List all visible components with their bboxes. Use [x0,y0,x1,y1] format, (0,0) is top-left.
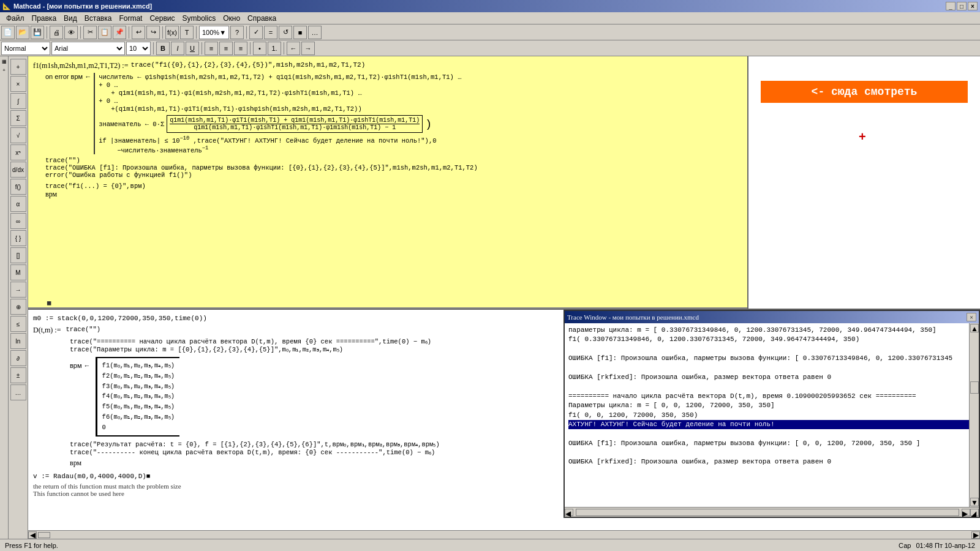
trace-vscrollbar[interactable]: ▲ ▼ [969,323,979,507]
hscroll-track[interactable] [576,509,959,516]
menu-insert[interactable]: Вставка [81,13,116,24]
insert-math[interactable]: f(x) [165,26,179,39]
stop-button[interactable]: ■ [293,26,307,39]
cut-button[interactable]: ✂ [83,26,97,39]
check-button[interactable]: ✓ [249,26,263,39]
math-btn-13[interactable]: M [10,264,26,280]
menu-format[interactable]: Format [115,13,146,24]
copy-button[interactable]: 📋 [98,26,111,39]
print-button[interactable]: 🖨 [50,26,63,39]
redo-button[interactable]: ↪ [146,26,160,39]
refresh-button[interactable]: ↺ [279,26,292,39]
preview-button[interactable]: 👁 [64,26,78,39]
math-btn-12[interactable]: [] [10,247,26,263]
sidebar-icon-2[interactable]: + [1,67,8,75]
menu-edit[interactable]: Правка [28,13,61,24]
menu-file[interactable]: Файл [2,13,28,24]
math-btn-16[interactable]: ≤ [10,316,26,332]
minimize-button[interactable]: _ [946,2,956,10]
hscroll-left-main[interactable]: ◀ [28,531,37,539]
italic-button[interactable]: I [171,42,184,55]
new-button[interactable]: 📄 [1,26,15,39]
top-section: f1(m1sh,m2sh,m1,m2,T1,T2) := trace("f1({… [28,56,980,310]
math-area[interactable]: f1(m1sh,m2sh,m1,m2,T1,T2) := trace("f1({… [28,56,747,309]
help-text: Press F1 for help. [5,542,58,549]
trace-line-highlight: АХТУНГ! АХТУНГ! Сейчас будет деление на … [568,420,975,429]
menu-help[interactable]: Справка [244,13,280,24]
hscroll-thumb-main[interactable] [38,532,50,538]
underline-button[interactable]: U [186,42,199,55]
toolbar-1: 📄 📂 💾 🖨 👁 ✂ 📋 📌 ↩ ↪ f(x) T 100%▼ ? ✓ = ↺… [0,24,980,40]
math-btn-17[interactable]: ln [10,333,26,349]
align-left[interactable]: ≡ [205,42,218,55]
scroll-thumb[interactable] [970,381,979,394]
zoom-combo[interactable]: 100%▼ [199,26,229,39]
bullets-button[interactable]: • [253,42,266,55]
if-line: if |знаменатель| ≤ 10−10 ,trace("АХТУНГ!… [99,135,742,144]
sidebar: ▦ + [0,56,9,539]
style-select[interactable]: Normal [1,42,50,55]
math-btn-7[interactable]: d/dx [10,162,26,178]
bottom-hscrollbar[interactable]: ◀ ▶ [28,530,980,539]
trace-line-8: Параметры цикла: m = [ 0, 0, 1200, 72000… [568,401,975,410]
hscroll-right-main[interactable]: ▶ [971,531,980,539]
scroll-up[interactable]: ▲ [970,324,979,332]
math-btn-20[interactable]: … [10,384,26,400]
math-btn-11[interactable]: { } [10,230,26,246]
hscroll-right[interactable]: ▶ [962,509,970,516]
save-button[interactable]: 💾 [31,26,44,39]
app-icon: 📐 [2,2,11,10]
math-btn-10[interactable]: ∞ [10,213,26,229]
math-btn-15[interactable]: ⊕ [10,299,26,315]
sep3 [129,26,129,39]
menu-window[interactable]: Окно [219,13,244,24]
numbered-button[interactable]: 1. [268,42,281,55]
sep9 [250,42,251,54]
font-select[interactable]: Arial [51,42,125,55]
math-btn-14[interactable]: → [10,282,26,298]
window-controls[interactable]: _ □ × [946,2,978,10]
align-center[interactable]: ≡ [219,42,233,55]
math-btn-6[interactable]: xⁿ [10,144,26,160]
math-btn-9[interactable]: α [10,196,26,212]
help-button[interactable]: ? [230,26,244,39]
math-btn-1[interactable]: + [10,59,26,75]
math-btn-19[interactable]: ± [10,367,26,383]
extra-button[interactable]: … [308,26,322,39]
close-button[interactable]: × [968,2,978,10]
menu-symbolics[interactable]: Symbolics [179,13,220,24]
hscroll-left[interactable]: ◀ [565,509,573,516]
trace-content[interactable]: параметры цикла: m = [ 0.33076731349846,… [565,323,979,507]
vrm-label: врм [45,190,742,199]
math-btn-18[interactable]: ∂ [10,350,26,366]
menu-tools[interactable]: Сервис [146,13,178,24]
zoom-value: 100% [202,29,219,36]
paste-button[interactable]: 📌 [113,26,126,39]
math-btn-8[interactable]: f() [10,179,26,195]
window-title: Mathcad - [мои попытки в решении.xmcd] [13,2,152,10]
math-btn-3[interactable]: ∫ [10,93,26,109]
sep5 [196,26,197,39]
open-button[interactable]: 📂 [16,26,29,39]
bold-button[interactable]: B [156,42,170,55]
calc-button[interactable]: = [264,26,277,39]
plus-icon: + [859,130,866,144]
maximize-button[interactable]: □ [957,2,967,10]
bottom-math-area[interactable]: m0 := stack(0,0,1200,72000,350,350,time(… [28,310,980,530]
math-btn-5[interactable]: √ [10,127,26,143]
undo-button[interactable]: ↩ [132,26,145,39]
trace-hscrollbar[interactable]: ◀ ▶ ◢ [565,507,979,517]
scroll-down[interactable]: ▼ [970,498,979,506]
size-select[interactable]: 10 [126,42,151,55]
main-area: ▦ + + × ∫ Σ √ xⁿ d/dx f() α ∞ { } [] M →… [0,56,980,539]
align-right[interactable]: ≡ [234,42,247,55]
insert-text[interactable]: T [180,26,194,39]
content-area: f1(m1sh,m2sh,m1,m2,T1,T2) := trace("f1({… [28,56,980,539]
indent-inc[interactable]: → [301,42,315,55]
math-btn-4[interactable]: Σ [10,110,26,126]
indent-dec[interactable]: ← [287,42,300,55]
trace-close-button[interactable]: × [967,313,976,321]
menu-view[interactable]: Вид [60,13,81,24]
sidebar-icon-1[interactable]: ▦ [1,59,8,66]
math-btn-2[interactable]: × [10,76,26,92]
